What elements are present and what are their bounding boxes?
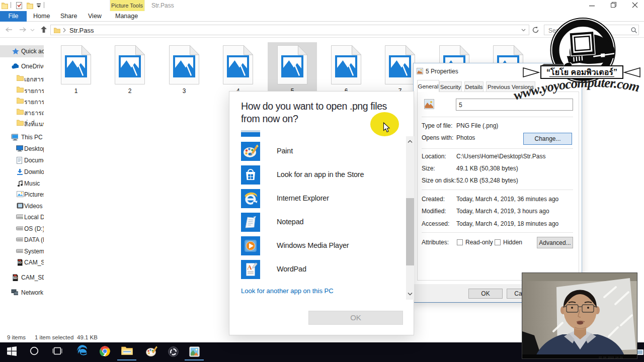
svg-text:SD: SD (18, 261, 22, 264)
svg-text:02 04 2019 14:21: 02 04 2019 14:21 (599, 356, 623, 359)
svg-text:A: A (247, 263, 252, 271)
svg-text:SD: SD (13, 276, 17, 280)
svg-text:“โยโย คอมพิวเตอร์”: “โยโย คอมพิวเตอร์” (546, 67, 617, 76)
